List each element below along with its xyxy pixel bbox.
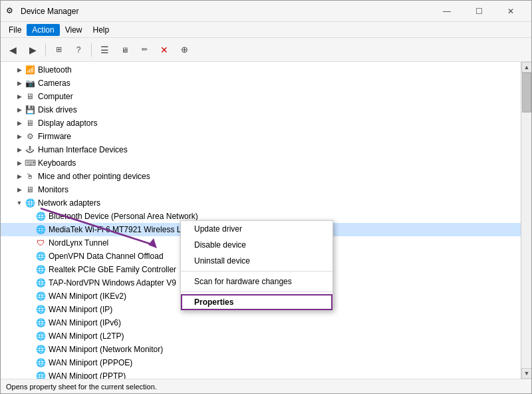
firmware-label: Firmware xyxy=(38,132,521,141)
menu-action[interactable]: Action xyxy=(27,24,59,36)
mouse-icon: 🖱 xyxy=(25,171,35,182)
wan-ip-icon: 🌐 xyxy=(35,304,46,315)
tree-item-firmware[interactable]: ▶ ⚙ Firmware xyxy=(1,130,521,143)
menu-view[interactable]: View xyxy=(60,24,88,36)
expand-monitors[interactable]: ▶ xyxy=(14,184,25,195)
expand-mediatek xyxy=(25,224,35,235)
wan-pptp-label: WAN Miniport (PPTP) xyxy=(49,371,521,379)
tree-item-wan-netmon[interactable]: 🌐 WAN Miniport (Network Monitor) xyxy=(1,343,521,356)
expand-tap xyxy=(25,278,35,288)
ctx-uninstall-device[interactable]: Uninstall device xyxy=(181,253,332,269)
expand-wan-ikev2 xyxy=(25,291,35,301)
tree-item-monitors[interactable]: ▶ 🖥 Monitors xyxy=(1,183,521,196)
wan-pppoe-label: WAN Miniport (PPPOE) xyxy=(49,358,521,367)
scrollbar[interactable]: ▲ ▼ xyxy=(521,62,531,379)
device-manager-window: ⚙ Device Manager — ☐ ✕ File Action View … xyxy=(0,0,532,394)
context-menu: Update driver Disable device Uninstall d… xyxy=(180,220,333,311)
expand-cameras[interactable]: ▶ xyxy=(14,78,25,89)
expand-firmware[interactable]: ▶ xyxy=(14,131,25,142)
mediatek-icon: 🌐 xyxy=(35,224,46,235)
mice-label: Mice and other pointing devices xyxy=(38,172,521,181)
tree-item-computer[interactable]: ▶ 🖥 Computer xyxy=(1,90,521,103)
wan-ikev2-icon: 🌐 xyxy=(35,291,46,301)
menu-file[interactable]: File xyxy=(3,24,27,36)
toolbar-list[interactable]: ☰ xyxy=(95,41,114,59)
bluetooth-label: Bluetooth xyxy=(38,65,521,75)
wan-ipv6-icon: 🌐 xyxy=(35,317,46,328)
ctx-separator-1 xyxy=(181,271,332,272)
realtek-icon: 🌐 xyxy=(35,264,46,275)
toolbar-uninstall[interactable]: ✕ xyxy=(155,41,174,59)
toolbar-update[interactable]: ✏ xyxy=(135,41,154,59)
tree-item-cameras[interactable]: ▶ 📷 Cameras xyxy=(1,77,521,90)
wan-l2tp-icon: 🌐 xyxy=(35,331,46,341)
tree-item-network[interactable]: ▼ 🌐 Network adapters xyxy=(1,196,521,210)
cameras-icon: 📷 xyxy=(25,78,35,89)
main-content: ▶ 📶 Bluetooth ▶ 📷 Cameras ▶ 🖥 Computer ▶… xyxy=(1,62,531,379)
toolbar-add[interactable]: ⊕ xyxy=(175,41,194,59)
disk-icon: 💾 xyxy=(25,104,35,115)
wan-l2tp-label: WAN Miniport (L2TP) xyxy=(49,331,521,341)
expand-display[interactable]: ▶ xyxy=(14,118,25,128)
window-controls: — ☐ ✕ xyxy=(432,1,526,22)
tree-item-disk[interactable]: ▶ 💾 Disk drives xyxy=(1,103,521,116)
menu-help[interactable]: Help xyxy=(88,24,115,36)
expand-wan-pppoe xyxy=(25,357,35,368)
monitor-icon: 🖥 xyxy=(25,184,35,195)
expand-keyboards[interactable]: ▶ xyxy=(14,158,25,168)
expand-wan-l2tp xyxy=(25,331,35,341)
tree-item-wan-pptp[interactable]: 🌐 WAN Miniport (PPTP) xyxy=(1,369,521,379)
wan-netmon-label: WAN Miniport (Network Monitor) xyxy=(49,345,521,354)
scroll-thumb[interactable] xyxy=(522,73,531,112)
nordlynx-icon: 🛡 xyxy=(35,238,46,248)
scroll-up-button[interactable]: ▲ xyxy=(521,62,531,73)
expand-mice[interactable]: ▶ xyxy=(14,171,25,182)
ctx-scan-hardware[interactable]: Scan for hardware changes xyxy=(181,274,332,290)
tree-item-wan-ipv6[interactable]: 🌐 WAN Miniport (IPv6) xyxy=(1,316,521,329)
scroll-track[interactable] xyxy=(521,73,531,368)
expand-bluetooth[interactable]: ▶ xyxy=(14,65,25,75)
title-bar: ⚙ Device Manager — ☐ ✕ xyxy=(1,1,531,22)
tree-item-keyboards[interactable]: ▶ ⌨ Keyboards xyxy=(1,156,521,170)
display-icon: 🖥 xyxy=(25,118,35,128)
display-label: Display adaptors xyxy=(38,118,521,128)
firmware-icon: ⚙ xyxy=(25,131,35,142)
monitors-label: Monitors xyxy=(38,185,521,194)
tree-item-wan-l2tp[interactable]: 🌐 WAN Miniport (L2TP) xyxy=(1,329,521,343)
disk-label: Disk drives xyxy=(38,105,521,114)
toolbar-help[interactable]: ? xyxy=(69,41,88,59)
toolbar-scan[interactable]: 🖥 xyxy=(115,41,134,59)
toolbar-forward[interactable]: ▶ xyxy=(23,41,42,59)
minimize-button[interactable]: — xyxy=(432,1,462,22)
tree-item-wan-pppoe[interactable]: 🌐 WAN Miniport (PPPOE) xyxy=(1,356,521,369)
expand-realtek xyxy=(25,264,35,275)
tree-item-hid[interactable]: ▶ 🕹 Human Interface Devices xyxy=(1,143,521,156)
toolbar-back[interactable]: ◀ xyxy=(3,41,22,59)
expand-wan-ipv6 xyxy=(25,317,35,328)
expand-wan-ip xyxy=(25,304,35,315)
expand-hid[interactable]: ▶ xyxy=(14,144,25,155)
expand-nordlynx xyxy=(25,238,35,248)
tree-item-display[interactable]: ▶ 🖥 Display adaptors xyxy=(1,116,521,130)
scroll-down-button[interactable]: ▼ xyxy=(521,368,531,379)
maximize-button[interactable]: ☐ xyxy=(464,1,494,22)
close-button[interactable]: ✕ xyxy=(495,1,526,22)
toolbar-properties[interactable]: ⊞ xyxy=(49,41,68,59)
bt-pan-label: Bluetooth Device (Personal Area Network) xyxy=(49,212,521,221)
tree-view[interactable]: ▶ 📶 Bluetooth ▶ 📷 Cameras ▶ 🖥 Computer ▶… xyxy=(1,62,521,379)
status-bar: Opens property sheet for the current sel… xyxy=(1,379,531,393)
ctx-disable-device[interactable]: Disable device xyxy=(181,237,332,253)
expand-computer[interactable]: ▶ xyxy=(14,91,25,102)
expand-network[interactable]: ▼ xyxy=(14,198,25,208)
menu-bar: File Action View Help xyxy=(1,22,531,38)
computer-icon: 🖥 xyxy=(25,91,35,102)
ctx-properties[interactable]: Properties xyxy=(181,294,332,310)
tree-item-mice[interactable]: ▶ 🖱 Mice and other pointing devices xyxy=(1,170,521,183)
wan-ipv6-label: WAN Miniport (IPv6) xyxy=(49,318,521,327)
hid-label: Human Interface Devices xyxy=(38,145,521,154)
expand-bt-pan xyxy=(25,211,35,222)
tree-item-bluetooth[interactable]: ▶ 📶 Bluetooth xyxy=(1,63,521,77)
expand-disk[interactable]: ▶ xyxy=(14,104,25,115)
expand-wan-pptp xyxy=(25,371,35,379)
ctx-update-driver[interactable]: Update driver xyxy=(181,221,332,237)
